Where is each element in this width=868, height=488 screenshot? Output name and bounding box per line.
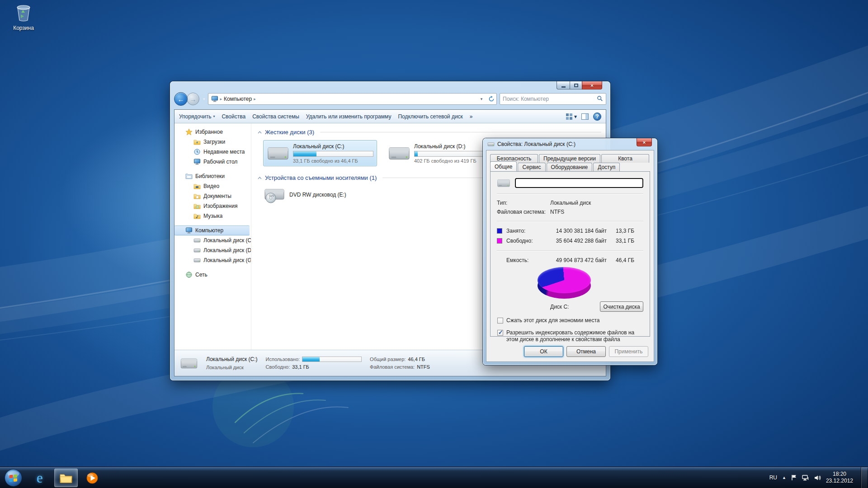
history-dropdown-icon[interactable]: ▾: [203, 97, 205, 101]
language-indicator[interactable]: RU: [769, 474, 777, 481]
system-tray: RU ▲ 18:20 23.12.2012: [769, 467, 868, 488]
sidebar-item-local-disk-c[interactable]: Локальный диск (C:): [175, 235, 251, 245]
back-button[interactable]: ←: [174, 92, 188, 106]
breadcrumb[interactable]: Компьютер: [224, 96, 252, 102]
details-total-value: 46,4 ГБ: [408, 357, 425, 362]
collapse-chevron-icon[interactable]: [258, 177, 262, 179]
capacity-bar: [293, 151, 373, 157]
desktop: Корзина × ← → ▾ ▸ Компьютер ▸ ▾: [0, 0, 868, 488]
tab-sharing[interactable]: Доступ: [593, 163, 620, 171]
apply-button[interactable]: Применить: [609, 346, 648, 357]
computer-icon: [211, 95, 218, 103]
dialog-close-button[interactable]: ×: [637, 138, 652, 146]
free-bytes: 35 604 492 288 байт: [548, 238, 616, 244]
sidebar-item-network[interactable]: Сеть: [175, 270, 251, 280]
sidebar-item-recent-places[interactable]: Недавние места: [175, 147, 251, 157]
search-input[interactable]: Поиск: Компьютер: [500, 93, 606, 105]
minimize-button[interactable]: [557, 81, 570, 89]
monitor-icon: [193, 158, 201, 165]
show-desktop-button[interactable]: [861, 467, 867, 488]
refresh-icon[interactable]: [487, 94, 495, 104]
toolbar-properties[interactable]: Свойства: [222, 113, 245, 120]
toolbar-organize[interactable]: Упорядочить ▾: [179, 113, 215, 120]
compress-checkbox[interactable]: [497, 318, 503, 324]
minimize-icon: [561, 86, 566, 88]
tab-tools[interactable]: Сервис: [518, 163, 545, 171]
pie-chart-caption: Диск C:: [550, 304, 569, 310]
volume-icon[interactable]: [814, 475, 821, 481]
volume-label-input[interactable]: [515, 178, 643, 188]
hard-disk-icon: [180, 355, 198, 371]
tray-expand-icon[interactable]: ▲: [782, 475, 786, 480]
drive-tile-d[interactable]: Локальный диск (D:) 402 ГБ свободно из 4…: [384, 140, 498, 166]
tab-quota[interactable]: Квота: [601, 154, 649, 163]
sidebar-item-favorites[interactable]: Избранное: [175, 127, 251, 137]
sidebar-item-local-disk-d[interactable]: Локальный диск (D:): [175, 245, 251, 255]
ok-button[interactable]: ОК: [524, 346, 563, 357]
network-icon[interactable]: [802, 475, 809, 481]
tab-previous-versions[interactable]: Предыдущие версии: [539, 154, 600, 163]
drive-tile-c[interactable]: Локальный диск (C:) 33,1 ГБ свободно из …: [263, 140, 377, 166]
details-used-label: Использовано:: [266, 357, 300, 362]
index-checkbox[interactable]: [497, 330, 503, 336]
tab-control: Безопасность Предыдущие версии Квота Общ…: [486, 150, 654, 171]
toolbar-map-network-drive[interactable]: Подключить сетевой диск: [398, 113, 462, 120]
details-total-label: Общий размер:: [370, 357, 406, 362]
close-icon: ×: [643, 140, 646, 145]
address-bar[interactable]: ▸ Компьютер ▸ ▾: [208, 93, 497, 105]
address-dropdown-icon[interactable]: ▾: [477, 94, 486, 104]
sidebar-item-music[interactable]: Музыка: [175, 211, 251, 221]
sidebar-item-local-disk-g[interactable]: Локальный диск (G:): [175, 255, 251, 265]
svg-text:DVD: DVD: [269, 194, 274, 197]
filesystem-value: NTFS: [550, 209, 564, 215]
used-color-swatch: [497, 228, 502, 234]
toolbar-overflow[interactable]: »: [470, 113, 473, 120]
group-header-removable[interactable]: Устройства со съемными носителями (1): [265, 174, 377, 181]
compress-checkbox-label[interactable]: Сжать этот диск для экономии места: [506, 317, 599, 324]
details-fs-label: Файловая система:: [370, 364, 415, 370]
taskbar-media-player[interactable]: [80, 469, 104, 487]
dialog-title: Свойства: Локальный диск (C:): [497, 141, 576, 147]
views-button[interactable]: ▾: [566, 113, 577, 120]
cancel-button[interactable]: Отмена: [566, 346, 606, 357]
toolbar-system-properties[interactable]: Свойства системы: [252, 113, 299, 120]
capacity-size: 46,4 ГБ: [616, 257, 634, 263]
free-size: 33,1 ГБ: [616, 238, 634, 244]
close-button[interactable]: ×: [582, 81, 602, 89]
tab-hardware[interactable]: Оборудование: [547, 163, 593, 171]
sidebar-item-videos[interactable]: Видео: [175, 181, 251, 191]
drive-free-space: 33,1 ГБ свободно из 46,4 ГБ: [293, 158, 373, 164]
disk-cleanup-button[interactable]: Очистка диска: [600, 301, 643, 312]
preview-pane-icon[interactable]: [581, 113, 589, 120]
sidebar-item-documents[interactable]: Документы: [175, 191, 251, 201]
sidebar-item-libraries[interactable]: Библиотеки: [175, 171, 251, 181]
hard-disk-icon: [193, 247, 201, 254]
filesystem-label: Файловая система:: [497, 209, 550, 215]
group-header-hard-disks[interactable]: Жесткие диски (3): [265, 129, 314, 136]
sidebar-item-pictures[interactable]: Изображения: [175, 201, 251, 211]
library-icon: [185, 173, 193, 180]
taskbar-internet-explorer[interactable]: e: [28, 469, 52, 487]
sidebar-item-desktop[interactable]: Рабочий стол: [175, 157, 251, 167]
recycle-bin-icon: [14, 4, 33, 23]
sidebar-item-downloads[interactable]: Загрузки: [175, 137, 251, 147]
recycle-bin[interactable]: Корзина: [6, 4, 41, 31]
index-checkbox-label[interactable]: Разрешить индексировать содержимое файло…: [506, 329, 643, 343]
forward-button[interactable]: →: [187, 93, 199, 105]
breadcrumb-chevron-icon[interactable]: ▸: [254, 97, 256, 101]
taskbar-windows-explorer[interactable]: [54, 469, 78, 487]
command-bar: Упорядочить ▾ Свойства Свойства системы …: [175, 110, 606, 123]
action-center-flag-icon[interactable]: [791, 474, 797, 481]
dvd-drive-icon: DVD: [263, 186, 285, 204]
capacity-bytes: 49 904 873 472 байт: [548, 257, 616, 263]
maximize-button[interactable]: [570, 81, 582, 89]
start-button[interactable]: [4, 468, 23, 488]
collapse-chevron-icon[interactable]: [258, 131, 262, 134]
tab-general[interactable]: Общие: [490, 161, 517, 171]
media-player-icon: [86, 472, 99, 484]
taskbar-clock[interactable]: 18:20 23.12.2012: [826, 471, 853, 484]
help-icon[interactable]: ?: [593, 113, 601, 121]
toolbar-uninstall-program[interactable]: Удалить или изменить программу: [306, 113, 392, 120]
sidebar-item-computer[interactable]: Компьютер: [175, 225, 250, 235]
dialog-title-bar: Свойства: Локальный диск (C:): [483, 138, 657, 150]
